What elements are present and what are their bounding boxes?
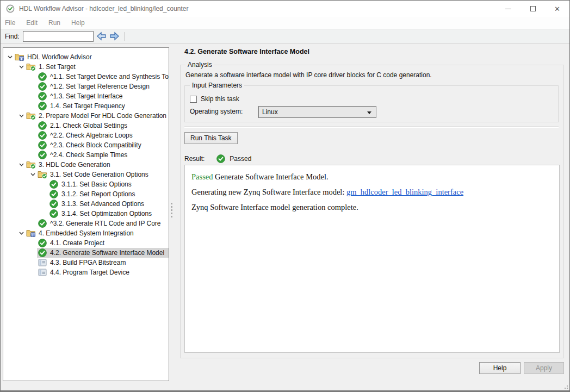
folder-check-icon bbox=[26, 160, 36, 169]
tree-item-label: 3. HDL Code Generation bbox=[36, 161, 110, 169]
tree-item-label: ^3.2. Generate RTL Code and IP Core bbox=[47, 220, 161, 227]
dropdown-caret-icon bbox=[367, 111, 371, 114]
tree-item-content: 4.3. Build FPGA Bitstream bbox=[37, 258, 169, 267]
menu-run[interactable]: Run bbox=[48, 19, 67, 27]
tree-item[interactable]: 4.1. Create Project bbox=[3, 238, 169, 248]
input-parameters-legend: Input Parameters bbox=[190, 82, 244, 89]
panel-splitter[interactable] bbox=[171, 203, 172, 217]
tree-item[interactable]: ^1.3. Set Target Interface bbox=[3, 91, 169, 101]
passed-icon bbox=[37, 131, 47, 140]
tree-item[interactable]: ^1.2. Set Target Reference Design bbox=[3, 82, 169, 91]
passed-icon bbox=[37, 92, 47, 101]
tree-item[interactable]: ^2.4. Check Sample Times bbox=[3, 150, 169, 160]
report-passed-text: Passed bbox=[191, 172, 213, 181]
tree-item-content: 2. Prepare Model For HDL Code Generation bbox=[26, 111, 169, 121]
tree-item-label: 2.1. Check Global Settings bbox=[47, 122, 127, 129]
pending-icon bbox=[37, 259, 47, 266]
tree-item-label: 4.3. Build FPGA Bitstream bbox=[47, 259, 126, 266]
report-line: Zynq Software Interface model generation… bbox=[191, 203, 553, 212]
tree-item[interactable]: 3. HDL Code Generation bbox=[3, 160, 169, 170]
tree-item-label: 1. Set Target bbox=[36, 63, 76, 71]
chevron-down-icon[interactable] bbox=[5, 55, 14, 59]
task-description: Generate a software interface model with… bbox=[185, 71, 432, 79]
tree-item[interactable]: 1.4. Set Target Frequency bbox=[3, 101, 169, 111]
tree-item-label: HDL Workflow Advisor bbox=[24, 53, 92, 61]
skip-this-task-label: Skip this task bbox=[201, 95, 239, 103]
tree-item[interactable]: 4.2. Generate Software Interface Model bbox=[3, 248, 169, 258]
tree-item-label: ^1.2. Set Target Reference Design bbox=[47, 83, 150, 90]
operating-system-value: Linux bbox=[262, 108, 278, 116]
skip-this-task-checkbox[interactable] bbox=[190, 96, 197, 103]
chevron-down-icon[interactable] bbox=[17, 65, 26, 69]
tree-item-content: ^1.2. Set Target Reference Design bbox=[37, 82, 169, 91]
tree-item[interactable]: 3.1.4. Set Optimization Options bbox=[3, 209, 169, 219]
tree-item-content: ^3.2. Generate RTL Code and IP Core bbox=[37, 219, 169, 228]
tree-item[interactable]: 4.4. Program Target Device bbox=[3, 267, 169, 277]
tree-item-content: 3. HDL Code Generation bbox=[26, 160, 169, 170]
find-previous-button[interactable] bbox=[96, 32, 107, 41]
tree-item-content: 3.1.4. Set Optimization Options bbox=[48, 209, 169, 219]
close-button[interactable]: ✕ bbox=[545, 1, 569, 17]
apply-button[interactable]: Apply bbox=[524, 362, 564, 374]
find-label: Find: bbox=[5, 33, 20, 40]
tree-item-label: 3.1.2. Set Report Options bbox=[59, 190, 135, 198]
tree-item[interactable]: ^3.2. Generate RTL Code and IP Core bbox=[3, 219, 169, 228]
tree-item[interactable]: 4. Embedded System Integration bbox=[3, 228, 169, 238]
operating-system-select[interactable]: Linux bbox=[258, 106, 376, 118]
tree-item-label: ^1.3. Set Target Interface bbox=[47, 92, 123, 100]
tree-item-label: ^1.1. Set Target Device and Synthesis To… bbox=[47, 73, 169, 80]
menu-edit[interactable]: Edit bbox=[26, 19, 44, 27]
operating-system-row: Operating system: Linux bbox=[190, 108, 243, 115]
main-area: HDL Workflow Advisor1. Set Target^1.1. S… bbox=[1, 44, 569, 390]
run-this-task-button[interactable]: Run This Task bbox=[184, 132, 238, 144]
advisor-folder-icon bbox=[14, 53, 24, 61]
tree-item-label: ^2.2. Check Algebraic Loops bbox=[47, 132, 133, 139]
tree-item-content: 2.1. Check Global Settings bbox=[37, 121, 169, 130]
tree-item[interactable]: 3.1. Set Code Generation Options bbox=[3, 170, 169, 179]
passed-icon bbox=[37, 102, 47, 110]
maximize-button[interactable] bbox=[521, 1, 545, 17]
tree-item[interactable]: 3.1.1. Set Basic Options bbox=[3, 179, 169, 189]
tree-item-content: HDL Workflow Advisor bbox=[14, 52, 169, 62]
tree-item[interactable]: ^2.3. Check Block Compatibility bbox=[3, 140, 169, 150]
tree-item[interactable]: ^1.1. Set Target Device and Synthesis To… bbox=[3, 72, 169, 82]
tree-item-label: 4.1. Create Project bbox=[47, 239, 104, 247]
tree-item[interactable]: HDL Workflow Advisor bbox=[3, 52, 169, 62]
folder-check-icon bbox=[37, 170, 47, 179]
section-separator bbox=[184, 127, 559, 128]
interface-model-link[interactable]: gm_hdlcoder_led_blinking_interface bbox=[346, 188, 463, 196]
task-detail-panel: 4.2. Generate Software Interface Model A… bbox=[176, 44, 569, 390]
passed-icon bbox=[37, 219, 47, 228]
window-resize-grip[interactable] bbox=[562, 383, 568, 389]
tree-item-content: ^1.3. Set Target Interface bbox=[37, 91, 169, 101]
task-title: 4.2. Generate Software Interface Model bbox=[184, 48, 309, 55]
tree-item[interactable]: 2.1. Check Global Settings bbox=[3, 121, 169, 130]
tree-item-content: ^1.1. Set Target Device and Synthesis To… bbox=[37, 72, 169, 82]
minimize-button[interactable] bbox=[496, 1, 521, 17]
menu-help[interactable]: Help bbox=[71, 19, 91, 27]
help-button[interactable]: Help bbox=[479, 362, 521, 374]
find-toolbar: Find: bbox=[1, 29, 569, 43]
menu-file[interactable]: File bbox=[5, 19, 22, 27]
tree-item-content: 4.4. Program Target Device bbox=[37, 267, 169, 277]
chevron-down-icon[interactable] bbox=[28, 173, 37, 176]
tree-item[interactable]: 3.1.2. Set Report Options bbox=[3, 189, 169, 199]
find-combobox[interactable] bbox=[23, 31, 94, 42]
tree-item[interactable]: 2. Prepare Model For HDL Code Generation bbox=[3, 111, 169, 121]
tree-item-content: 3.1.3. Set Advanced Options bbox=[48, 199, 169, 209]
find-next-button[interactable] bbox=[109, 32, 120, 41]
skip-task-row: Skip this task bbox=[190, 95, 239, 103]
analysis-legend: Analysis bbox=[185, 61, 214, 69]
tree-item[interactable]: 4.3. Build FPGA Bitstream bbox=[3, 258, 169, 267]
tree-item[interactable]: 3.1.3. Set Advanced Options bbox=[3, 199, 169, 209]
passed-icon bbox=[216, 154, 225, 163]
chevron-down-icon[interactable] bbox=[17, 163, 26, 166]
tree-item[interactable]: ^2.2. Check Algebraic Loops bbox=[3, 130, 169, 140]
chevron-down-icon[interactable] bbox=[17, 232, 26, 235]
tree-item[interactable]: 1. Set Target bbox=[3, 62, 169, 72]
chevron-down-icon[interactable] bbox=[17, 114, 26, 117]
tree-item-content: 3.1. Set Code Generation Options bbox=[37, 170, 169, 179]
passed-icon bbox=[37, 72, 47, 81]
tree-item-content: ^2.3. Check Block Compatibility bbox=[37, 140, 169, 150]
passed-icon bbox=[37, 239, 47, 247]
